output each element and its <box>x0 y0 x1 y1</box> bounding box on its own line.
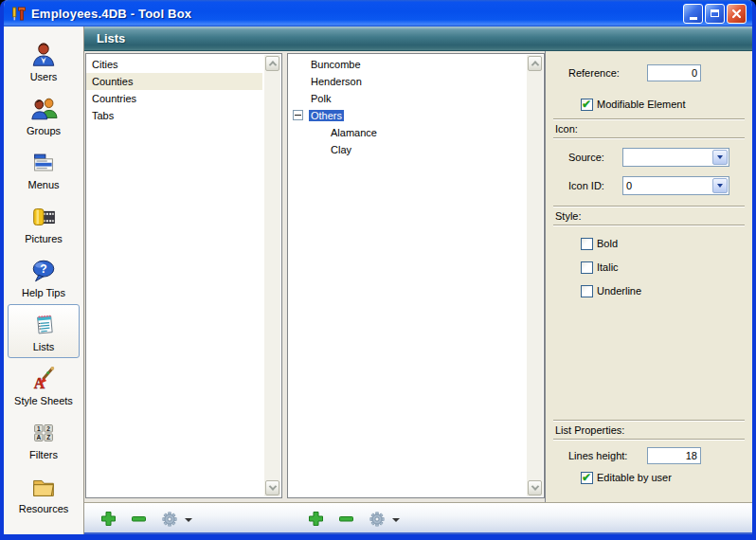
italic-checkbox[interactable]: Italic <box>546 260 752 275</box>
sidebar-item-pictures[interactable]: Pictures <box>8 196 80 250</box>
remove-tree-item-button[interactable] <box>338 511 354 527</box>
tree-item-label: Henderson <box>309 76 364 87</box>
checkbox-label: Italic <box>597 261 619 273</box>
checkbox-icon[interactable] <box>581 472 593 484</box>
list-toolbar <box>100 511 192 528</box>
reference-input[interactable] <box>647 64 701 81</box>
sidebar-item-users[interactable]: Users <box>8 34 80 88</box>
sidebar-item-help-tips[interactable]: ? Help Tips <box>8 250 80 304</box>
tree-item[interactable]: Polk <box>288 90 525 107</box>
chevron-up-icon <box>531 61 538 68</box>
sidebar-item-filters[interactable]: 12 AZ Filters <box>8 412 80 466</box>
checkbox-icon[interactable] <box>581 99 593 111</box>
resources-icon <box>29 473 58 501</box>
sidebar-item-style-sheets[interactable]: A Style Sheets <box>8 358 80 412</box>
list-actions-menu-button[interactable] <box>161 511 178 528</box>
close-button[interactable] <box>727 4 747 24</box>
sidebar-item-resources[interactable]: Resources <box>8 466 80 520</box>
scroll-up-button[interactable] <box>265 56 279 71</box>
tree-item[interactable]: Buncombe <box>288 56 525 73</box>
list-item[interactable]: Cities <box>86 56 262 73</box>
list-properties-title: List Properties: <box>546 424 752 436</box>
combo-dropdown-button[interactable] <box>712 150 728 165</box>
icon-source-select[interactable] <box>622 148 729 167</box>
style-sheets-icon: A <box>29 365 58 393</box>
properties-panel: Reference: Modifiable Element Icon: Sour… <box>545 51 752 502</box>
checkbox-icon[interactable] <box>581 285 593 297</box>
sidebar-item-label: Help Tips <box>22 287 65 298</box>
list-panel-scrollbar[interactable] <box>264 55 280 496</box>
combo-dropdown-button[interactable] <box>712 178 728 193</box>
bottom-toolbar <box>84 502 752 534</box>
scroll-down-button[interactable] <box>528 480 542 495</box>
bold-checkbox[interactable]: Bold <box>546 236 752 251</box>
checkbox-label: Underline <box>597 285 641 297</box>
gear-icon <box>369 511 386 528</box>
minimize-icon <box>690 17 697 20</box>
scroll-up-button[interactable] <box>528 56 542 71</box>
tree-item[interactable]: Clay <box>288 141 525 158</box>
lists-panel: Cities Counties Countries <box>85 53 282 498</box>
list-item[interactable]: Counties <box>86 73 262 90</box>
chevron-down-icon <box>531 482 538 490</box>
tree-item-label: Polk <box>309 93 333 104</box>
checkbox-label: Modifiable Element <box>597 99 686 110</box>
plus-icon <box>308 511 324 527</box>
minus-icon <box>131 511 147 527</box>
add-tree-item-button[interactable] <box>308 511 324 527</box>
chevron-down-icon <box>268 482 276 490</box>
lines-height-input[interactable] <box>647 447 701 464</box>
icon-id-select[interactable]: 0 <box>622 176 729 195</box>
sidebar-item-label: Pictures <box>25 233 63 244</box>
users-icon <box>29 41 58 69</box>
list-item[interactable]: Tabs <box>86 107 262 124</box>
scroll-down-button[interactable] <box>265 480 279 495</box>
sidebar-item-label: Users <box>30 71 58 82</box>
chevron-down-icon <box>717 184 723 188</box>
tree-item[interactable]: Others <box>288 107 525 124</box>
sidebar-item-label: Resources <box>19 503 69 514</box>
sidebar: Users Groups <box>4 27 84 534</box>
toolbox-app-icon[interactable] <box>10 6 27 22</box>
svg-text:?: ? <box>40 262 46 276</box>
checkbox-icon[interactable] <box>581 261 593 274</box>
tree-panel-scrollbar[interactable] <box>527 55 543 496</box>
sidebar-item-menus[interactable]: Menus <box>8 142 80 196</box>
tree-item[interactable]: Henderson <box>288 73 525 90</box>
tree-actions-menu-button[interactable] <box>369 511 386 528</box>
sidebar-item-label: Filters <box>29 449 58 460</box>
tree-item[interactable]: Alamance <box>288 124 525 141</box>
titlebar[interactable]: Employees.4DB - Tool Box <box>4 0 752 27</box>
tree-item-label: Clay <box>329 144 353 155</box>
help-tips-icon: ? <box>29 257 58 285</box>
dropdown-caret-icon[interactable] <box>185 518 192 522</box>
sidebar-item-label: Style Sheets <box>14 395 73 406</box>
tree-item-label: Alamance <box>329 127 379 138</box>
minimize-button[interactable] <box>683 4 703 24</box>
separator <box>553 439 745 441</box>
tree-toolbar <box>308 511 400 528</box>
menus-icon <box>29 149 58 177</box>
tree-item-label: Buncombe <box>309 59 363 70</box>
dropdown-caret-icon[interactable] <box>392 518 400 522</box>
remove-list-button[interactable] <box>131 511 147 527</box>
reference-label: Reference: <box>568 67 647 79</box>
underline-checkbox[interactable]: Underline <box>546 283 752 298</box>
editable-by-user-checkbox[interactable]: Editable by user <box>546 470 752 485</box>
collapse-icon[interactable] <box>293 110 303 120</box>
section-title: Lists <box>97 31 125 45</box>
sidebar-item-groups[interactable]: Groups <box>8 88 80 142</box>
source-label: Source: <box>568 152 622 163</box>
tree-item-label: Others <box>309 110 344 121</box>
close-icon <box>730 8 743 20</box>
add-list-button[interactable] <box>100 511 117 527</box>
svg-text:1: 1 <box>37 424 41 431</box>
checkbox-icon[interactable] <box>581 238 593 250</box>
modifiable-element-checkbox[interactable]: Modifiable Element <box>546 97 752 112</box>
list-item[interactable]: Countries <box>86 90 262 107</box>
svg-text:2: 2 <box>46 424 50 431</box>
maximize-button[interactable] <box>705 4 725 24</box>
lists-icon <box>29 311 58 339</box>
sidebar-item-lists[interactable]: Lists <box>8 304 80 358</box>
icon-id-label: Icon ID: <box>568 180 622 191</box>
